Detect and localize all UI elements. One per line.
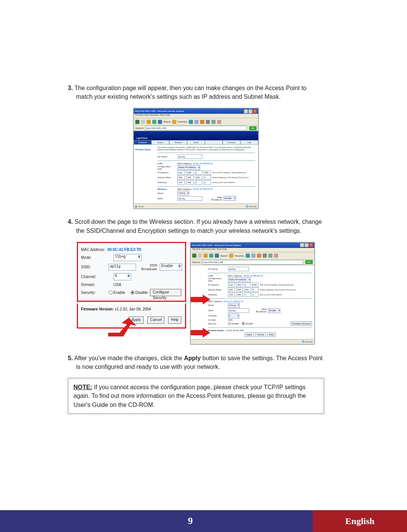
ie2-cancel-button[interactable]: Cancel bbox=[255, 332, 266, 337]
tab-password[interactable]: Password bbox=[134, 140, 151, 145]
ie2-sec-disable[interactable]: Disable bbox=[242, 322, 253, 325]
zoom-help-button[interactable]: Help bbox=[168, 316, 181, 324]
ie2-ssidbc[interactable]: Enable bbox=[268, 308, 280, 313]
gw-oct-2[interactable]: 168 bbox=[186, 180, 194, 185]
zoom-mode-select[interactable]: 11b+g bbox=[113, 254, 142, 261]
zoom-security-enable-radio[interactable]: Enable bbox=[109, 290, 125, 295]
ie2-ssid[interactable]: ap11g bbox=[228, 308, 249, 313]
conf-type-select[interactable]: Static IP Address bbox=[177, 165, 200, 170]
go-button[interactable]: Go bbox=[249, 126, 257, 130]
refresh-icon[interactable] bbox=[152, 120, 156, 124]
ie-toolbar: Search Favorites bbox=[134, 118, 258, 125]
ssid-label: SSID: bbox=[158, 197, 176, 200]
ie2-fav-icon[interactable] bbox=[229, 254, 233, 258]
back-icon[interactable] bbox=[135, 120, 139, 124]
sidebar-primary: Primary Setup bbox=[135, 148, 156, 151]
sn-oct-3[interactable]: 255 bbox=[195, 175, 202, 180]
zoom-domain-label: Domain: bbox=[81, 283, 111, 287]
ie2-close-icon[interactable]: × bbox=[309, 243, 313, 247]
ie2-home-icon[interactable] bbox=[215, 254, 219, 258]
ie-menubar[interactable]: File Edit View Favorites Tools Help bbox=[134, 114, 258, 118]
ie2-stop-icon[interactable] bbox=[204, 254, 208, 258]
tab-help[interactable]: Help bbox=[240, 140, 258, 145]
done-icon: ◧ bbox=[135, 205, 138, 208]
ie2-msg-icon[interactable] bbox=[274, 254, 278, 258]
ie2-sec-enable[interactable]: Enable bbox=[228, 322, 239, 325]
lan-label: LAN bbox=[158, 162, 176, 165]
ie2-back-icon[interactable] bbox=[192, 254, 196, 258]
favorites-label[interactable]: Favorites bbox=[178, 121, 187, 123]
step-5-text: 5. After you've made the changes, click … bbox=[68, 354, 324, 371]
tab-wireless[interactable]: Wireless bbox=[169, 140, 187, 145]
ssid-input[interactable]: ap11g bbox=[177, 196, 202, 201]
zoom-ssid-label: SSID: bbox=[81, 265, 106, 269]
favorites-icon[interactable] bbox=[172, 120, 176, 124]
close-icon[interactable]: × bbox=[253, 109, 257, 113]
ip-oct-3[interactable]: 1 bbox=[195, 170, 202, 175]
ie2-menubar[interactable]: File Edit View Favorites Tools Help bbox=[191, 248, 314, 252]
home-icon[interactable] bbox=[158, 120, 162, 124]
step-3-text: 3. The configuration page will appear, t… bbox=[68, 84, 324, 101]
zoom-configure-security-button[interactable]: Configure Security bbox=[150, 289, 181, 296]
intro-text: This section contains the primary config… bbox=[158, 146, 255, 151]
wmac-label: MAC Address: bbox=[177, 188, 192, 190]
ie2-conf-sec-btn[interactable]: Configure Security bbox=[291, 321, 312, 326]
ie2-apname[interactable]: ap11g bbox=[228, 267, 249, 271]
zoom-cancel-button[interactable]: Cancel bbox=[147, 316, 164, 324]
step-5-number: 5. bbox=[68, 355, 73, 361]
ie2-zone-icon: 🌐 bbox=[302, 340, 304, 343]
maximize-icon[interactable]: □ bbox=[248, 109, 252, 113]
gw-oct-3[interactable]: 1 bbox=[195, 180, 202, 185]
history-icon[interactable] bbox=[194, 120, 199, 124]
media-icon[interactable] bbox=[189, 120, 193, 124]
ie2-address-input[interactable]: http://192.168.1.250 bbox=[202, 260, 303, 264]
zoom-ssidbc-select[interactable]: Enable bbox=[160, 263, 182, 271]
ie2-maximize-icon[interactable]: □ bbox=[304, 243, 309, 247]
gw-oct-4[interactable]: 1 bbox=[204, 180, 211, 185]
zoom-ssid-input[interactable]: ap11g bbox=[109, 264, 136, 271]
ie2-refresh-icon[interactable] bbox=[209, 254, 213, 258]
ssidbc-select[interactable]: Enable bbox=[223, 196, 236, 201]
brand-banner: LightView bbox=[134, 131, 258, 140]
sn-oct-4[interactable]: 0 bbox=[204, 175, 211, 180]
address-input[interactable]: http://192.168.1.250 bbox=[145, 126, 247, 130]
ie2-channel[interactable]: 6 bbox=[228, 313, 239, 318]
apname-label: AP Name: bbox=[158, 156, 176, 158]
page-footer: 9 English bbox=[0, 510, 407, 532]
ie2-print-icon[interactable] bbox=[263, 254, 267, 258]
sn-oct-1[interactable]: 255 bbox=[177, 175, 185, 180]
lan-mac: 00:0C:41:FB:E3:7D bbox=[193, 162, 213, 165]
ie2-apply-button[interactable]: Apply bbox=[245, 332, 254, 337]
ip-oct-4[interactable]: 250 bbox=[204, 170, 211, 175]
tab-blank[interactable] bbox=[205, 140, 223, 145]
ie2-minimize-icon[interactable]: _ bbox=[300, 243, 304, 247]
gw-oct-1[interactable]: 192 bbox=[177, 180, 185, 185]
sn-oct-2[interactable]: 255 bbox=[186, 175, 194, 180]
ie2-history-icon[interactable] bbox=[251, 254, 256, 258]
stop-icon[interactable] bbox=[147, 120, 151, 124]
mode-select[interactable]: 11b+g bbox=[177, 191, 189, 196]
minimize-icon[interactable]: _ bbox=[244, 109, 248, 113]
search-label[interactable]: Search bbox=[164, 121, 171, 123]
ie2-edit-icon[interactable] bbox=[268, 254, 272, 258]
forward-icon[interactable] bbox=[141, 120, 145, 124]
print-icon[interactable] bbox=[206, 120, 210, 124]
apname-input[interactable]: ap11g bbox=[177, 154, 202, 159]
ie2-conf-type[interactable]: Static IP Address bbox=[228, 277, 251, 282]
edit-icon[interactable] bbox=[211, 120, 216, 124]
ie2-media-icon[interactable] bbox=[246, 254, 250, 258]
ie2-help-button[interactable]: Help bbox=[267, 332, 275, 337]
mail-icon[interactable] bbox=[200, 120, 204, 124]
messenger-icon[interactable] bbox=[217, 120, 221, 124]
ie2-go-button[interactable]: Go bbox=[305, 260, 313, 264]
ip-oct-1[interactable]: 192 bbox=[177, 170, 185, 175]
ie2-forward-icon[interactable] bbox=[198, 254, 202, 258]
zoom-security-disable-radio[interactable]: Disable bbox=[130, 290, 148, 295]
zoom-channel-select[interactable]: 6 bbox=[113, 273, 131, 280]
tab-system[interactable]: System bbox=[151, 140, 169, 145]
ip-oct-2[interactable]: 168 bbox=[186, 170, 194, 175]
ie2-mail-icon[interactable] bbox=[257, 254, 261, 258]
ie2-mode[interactable]: 11b+g bbox=[228, 303, 240, 308]
tab-status[interactable]: Status bbox=[187, 140, 205, 145]
tab-firmware[interactable]: Firmware bbox=[223, 140, 240, 145]
